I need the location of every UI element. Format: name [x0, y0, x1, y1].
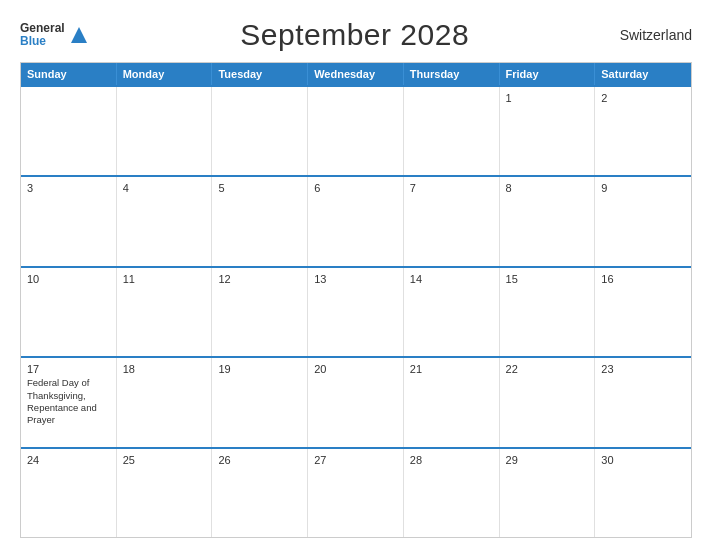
cell-sep-25: 25: [117, 449, 213, 537]
header-tuesday: Tuesday: [212, 63, 308, 85]
cell-sep-13: 13: [308, 268, 404, 356]
day-4: 4: [123, 182, 206, 194]
logo: General Blue: [20, 22, 90, 48]
cell-w1-thu: [404, 87, 500, 175]
day-14: 14: [410, 273, 493, 285]
week-row-2: 3 4 5 6 7 8 9: [21, 175, 691, 265]
cell-sep-4: 4: [117, 177, 213, 265]
header-monday: Monday: [117, 63, 213, 85]
cell-sep-15: 15: [500, 268, 596, 356]
header-saturday: Saturday: [595, 63, 691, 85]
day-28: 28: [410, 454, 493, 466]
day-24: 24: [27, 454, 110, 466]
header-sunday: Sunday: [21, 63, 117, 85]
cell-sep-30: 30: [595, 449, 691, 537]
cell-sep-7: 7: [404, 177, 500, 265]
event-thanksgiving: Federal Day of Thanksgiving, Repentance …: [27, 377, 110, 426]
logo-icon: [68, 24, 90, 46]
week-row-1: 1 2: [21, 85, 691, 175]
header-thursday: Thursday: [404, 63, 500, 85]
day-27: 27: [314, 454, 397, 466]
cell-sep-20: 20: [308, 358, 404, 446]
day-22: 22: [506, 363, 589, 375]
day-26: 26: [218, 454, 301, 466]
day-5: 5: [218, 182, 301, 194]
day-13: 13: [314, 273, 397, 285]
cell-w1-wed: [308, 87, 404, 175]
day-19: 19: [218, 363, 301, 375]
svg-marker-0: [71, 27, 87, 43]
day-30: 30: [601, 454, 685, 466]
cell-sep-17: 17 Federal Day of Thanksgiving, Repentan…: [21, 358, 117, 446]
header-wednesday: Wednesday: [308, 63, 404, 85]
day-8: 8: [506, 182, 589, 194]
day-25: 25: [123, 454, 206, 466]
header-friday: Friday: [500, 63, 596, 85]
cell-sep-19: 19: [212, 358, 308, 446]
cell-sep-6: 6: [308, 177, 404, 265]
cell-sep-21: 21: [404, 358, 500, 446]
calendar-title: September 2028: [240, 18, 469, 52]
day-2: 2: [601, 92, 685, 104]
cell-sep-27: 27: [308, 449, 404, 537]
day-20: 20: [314, 363, 397, 375]
cell-sep-9: 9: [595, 177, 691, 265]
cell-sep-16: 16: [595, 268, 691, 356]
day-10: 10: [27, 273, 110, 285]
cell-sep-18: 18: [117, 358, 213, 446]
cell-sep-5: 5: [212, 177, 308, 265]
day-16: 16: [601, 273, 685, 285]
cell-sep-22: 22: [500, 358, 596, 446]
day-17: 17: [27, 363, 110, 375]
week-row-5: 24 25 26 27 28 29 30: [21, 447, 691, 537]
header: General Blue September 2028 Switzerland: [20, 18, 692, 52]
country-label: Switzerland: [620, 27, 692, 43]
cell-sep-11: 11: [117, 268, 213, 356]
day-7: 7: [410, 182, 493, 194]
calendar-header: Sunday Monday Tuesday Wednesday Thursday…: [21, 63, 691, 85]
day-15: 15: [506, 273, 589, 285]
cell-sep-2: 2: [595, 87, 691, 175]
cell-sep-28: 28: [404, 449, 500, 537]
cell-w1-mon: [117, 87, 213, 175]
logo-blue-text: Blue: [20, 35, 65, 48]
week-row-3: 10 11 12 13 14 15 16: [21, 266, 691, 356]
day-3: 3: [27, 182, 110, 194]
page: General Blue September 2028 Switzerland …: [0, 0, 712, 550]
cell-sep-12: 12: [212, 268, 308, 356]
day-12: 12: [218, 273, 301, 285]
calendar-body: 1 2 3 4 5 6: [21, 85, 691, 537]
cell-sep-3: 3: [21, 177, 117, 265]
day-23: 23: [601, 363, 685, 375]
day-18: 18: [123, 363, 206, 375]
cell-sep-14: 14: [404, 268, 500, 356]
cell-sep-1: 1: [500, 87, 596, 175]
day-1: 1: [506, 92, 589, 104]
cell-w1-sun: [21, 87, 117, 175]
cell-sep-29: 29: [500, 449, 596, 537]
cell-sep-23: 23: [595, 358, 691, 446]
cell-sep-8: 8: [500, 177, 596, 265]
cell-sep-24: 24: [21, 449, 117, 537]
day-9: 9: [601, 182, 685, 194]
cell-sep-26: 26: [212, 449, 308, 537]
day-6: 6: [314, 182, 397, 194]
day-21: 21: [410, 363, 493, 375]
cell-sep-10: 10: [21, 268, 117, 356]
day-29: 29: [506, 454, 589, 466]
calendar: Sunday Monday Tuesday Wednesday Thursday…: [20, 62, 692, 538]
week-row-4: 17 Federal Day of Thanksgiving, Repentan…: [21, 356, 691, 446]
day-11: 11: [123, 273, 206, 285]
cell-w1-tue: [212, 87, 308, 175]
